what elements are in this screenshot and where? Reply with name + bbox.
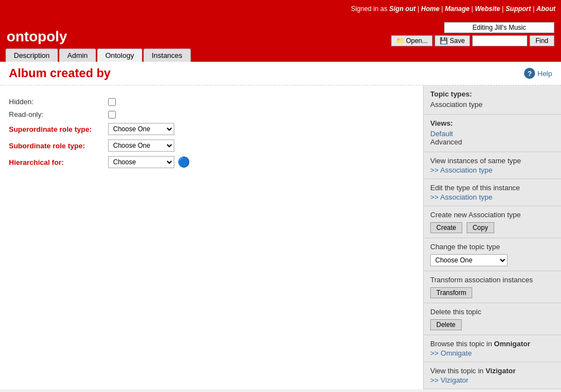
vizigator-arrow: >> — [430, 376, 441, 384]
readonly-checkbox[interactable] — [108, 111, 116, 119]
hidden-checkbox[interactable] — [108, 98, 116, 106]
form-row-hierarchical: Hierarchical for: Choose 🔵 — [9, 156, 414, 168]
sign-out-link[interactable]: Sign out — [389, 5, 416, 13]
edit-type-arrow: >> — [430, 193, 440, 201]
create-new-section: Create new Association type Create Copy — [424, 206, 561, 238]
topic-types-title: Topic types: — [430, 90, 554, 98]
subordinate-select[interactable]: Choose One — [108, 139, 174, 152]
left-panel: Hidden: Read-only: Superordinate role ty… — [0, 85, 423, 389]
page-title-bar: Album created by ? Help — [0, 62, 561, 85]
save-icon: 💾 — [440, 37, 448, 45]
delete-button[interactable]: Delete — [430, 319, 462, 330]
website-link[interactable]: Website — [475, 5, 500, 13]
create-button[interactable]: Create — [430, 222, 462, 233]
hierarchical-select[interactable]: Choose — [108, 156, 174, 168]
subordinate-control: Choose One — [108, 139, 174, 152]
form-row-subordinate: Subordinate role type: Choose One — [9, 139, 414, 152]
view-instances-title: View instances of same type — [430, 157, 554, 165]
hierarchical-control: Choose 🔵 — [108, 156, 190, 168]
tab-instances[interactable]: Instances — [143, 49, 191, 62]
tab-ontology[interactable]: Ontology — [97, 49, 142, 62]
header-right: Editing Jill's Music 📁 Open... 💾 Save Fi… — [391, 22, 554, 49]
help-label: Help — [537, 69, 552, 78]
form-row-readonly: Read-only: — [9, 110, 414, 119]
open-button-label: Open... — [406, 37, 428, 45]
about-link[interactable]: About — [536, 5, 555, 13]
create-new-title: Create new Association type — [430, 211, 554, 219]
help-icon: ? — [524, 68, 535, 79]
save-button[interactable]: 💾 Save — [435, 35, 469, 46]
omnigate-link[interactable]: Omnigate — [441, 349, 472, 357]
header: ontopoly Editing Jill's Music 📁 Open... … — [0, 18, 561, 49]
subordinate-label: Subordinate role type: — [9, 142, 108, 150]
info-icon[interactable]: 🔵 — [178, 156, 190, 168]
find-button[interactable]: Find — [530, 35, 554, 46]
view-instances-arrow: >> — [430, 166, 440, 174]
vizigator-title: View this topic in Vizigator — [430, 367, 554, 375]
change-topic-type-title: Change the topic type — [430, 243, 554, 251]
support-link[interactable]: Support — [506, 5, 531, 13]
form-row-superordinate: Superordinate role type: Choose One — [9, 123, 414, 135]
signed-in-label: Signed in as — [351, 5, 387, 13]
topic-types-value: Association type — [430, 100, 554, 109]
topic-types-section: Topic types: Association type — [424, 85, 561, 115]
default-view-link[interactable]: Default — [430, 130, 453, 138]
readonly-control — [108, 111, 116, 119]
delete-title: Delete this topic — [430, 308, 554, 316]
tab-description[interactable]: Description — [6, 49, 58, 62]
top-bar: Signed in as Sign out | Home | Manage | … — [0, 0, 561, 18]
transform-button[interactable]: Transform — [430, 287, 472, 298]
hidden-label: Hidden: — [9, 98, 108, 106]
main-content: Hidden: Read-only: Superordinate role ty… — [0, 85, 561, 389]
vizigator-section: View this topic in Vizigator >> Vizigato… — [424, 362, 561, 389]
omnigator-title: Browse this topic in Omnigator — [430, 340, 554, 348]
nav-tabs: Description Admin Ontology Instances — [0, 49, 561, 62]
folder-icon: 📁 — [396, 37, 404, 45]
right-panel: Topic types: Association type Views: Def… — [423, 85, 561, 389]
help-link[interactable]: ? Help — [524, 68, 552, 79]
advanced-view-text: Advanced — [430, 138, 554, 146]
omnigator-section: Browse this topic in Omnigator >> Omniga… — [424, 335, 561, 362]
view-instances-link[interactable]: Association type — [440, 166, 493, 174]
transform-title: Transform association instances — [430, 276, 554, 284]
readonly-label: Read-only: — [9, 110, 108, 119]
superordinate-select[interactable]: Choose One — [108, 123, 174, 135]
edit-type-title: Edit the type of this instance — [430, 184, 554, 192]
omnigator-arrow: >> — [430, 349, 441, 357]
edit-type-section: Edit the type of this instance >> Associ… — [424, 179, 561, 206]
editing-label: Editing Jill's Music — [444, 22, 554, 33]
find-input[interactable] — [472, 35, 527, 46]
change-topic-type-select[interactable]: Choose One — [430, 254, 507, 266]
logo: ontopoly — [7, 28, 67, 49]
views-title: Views: — [430, 119, 554, 127]
page-title: Album created by — [9, 66, 111, 80]
change-topic-type-section: Change the topic type Choose One — [424, 238, 561, 271]
save-button-label: Save — [450, 37, 464, 45]
toolbar-row: 📁 Open... 💾 Save Find — [391, 35, 554, 46]
hierarchical-label: Hierarchical for: — [9, 158, 108, 167]
omnigator-name: Omnigator — [494, 340, 531, 348]
vizigator-name: Vizigator — [485, 367, 516, 375]
manage-link[interactable]: Manage — [445, 5, 469, 13]
superordinate-control: Choose One — [108, 123, 174, 135]
form-section: Hidden: Read-only: Superordinate role ty… — [9, 91, 414, 179]
tab-admin[interactable]: Admin — [59, 49, 96, 62]
form-row-hidden: Hidden: — [9, 98, 414, 106]
transform-section: Transform association instances Transfor… — [424, 271, 561, 303]
views-section: Views: Default Advanced — [424, 115, 561, 152]
view-instances-section: View instances of same type >> Associati… — [424, 152, 561, 179]
vizigator-link[interactable]: Vizigator — [441, 376, 468, 384]
copy-button[interactable]: Copy — [467, 222, 494, 233]
superordinate-label: Superordinate role type: — [9, 125, 108, 133]
edit-type-link[interactable]: Association type — [440, 193, 493, 201]
hidden-control — [108, 98, 116, 106]
open-button[interactable]: 📁 Open... — [391, 35, 432, 46]
home-link[interactable]: Home — [421, 5, 439, 13]
delete-section: Delete this topic Delete — [424, 303, 561, 335]
